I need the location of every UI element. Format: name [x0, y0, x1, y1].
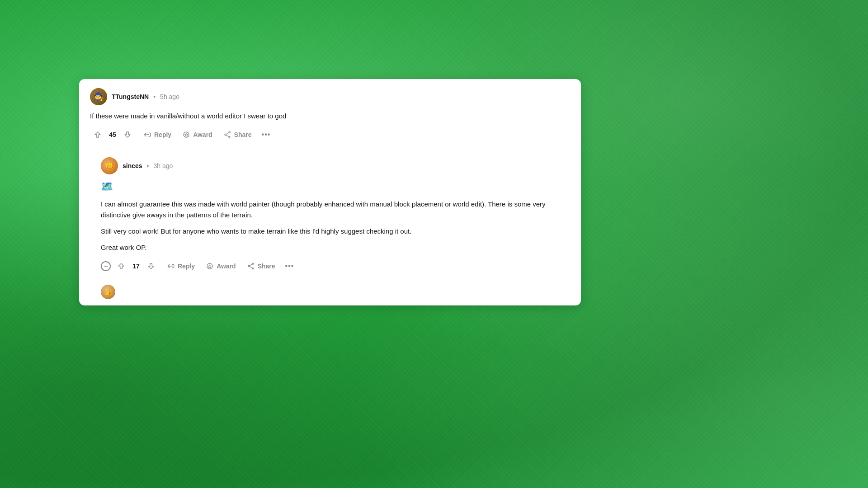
reply-label-1: Reply — [154, 131, 171, 138]
upvote-button-2[interactable] — [113, 259, 129, 273]
award-icon-1 — [182, 131, 190, 139]
more-button-1[interactable]: ••• — [258, 128, 274, 141]
comment-1: 🧙 TTungsteNN • 5h ago If these were made… — [79, 79, 581, 149]
vote-section-1: 45 — [90, 128, 135, 141]
comment-1-header: 🧙 TTungsteNN • 5h ago — [90, 88, 570, 105]
share-icon-2 — [247, 262, 255, 270]
timestamp-1: 5h ago — [160, 93, 179, 100]
collapse-button-2[interactable]: − — [101, 261, 111, 271]
reply-button-1[interactable]: Reply — [139, 128, 176, 141]
comment-2-para-3: Great work OP. — [101, 242, 570, 253]
avatar-next: 👍 — [101, 285, 115, 299]
award-label-1: Award — [193, 131, 212, 138]
username-2: sinces — [123, 162, 142, 169]
reply-label-2: Reply — [178, 263, 195, 270]
comment-1-actions: 45 Reply — [90, 128, 570, 141]
avatar-sinces: 👊 — [101, 157, 118, 174]
dot-separator-2: • — [147, 162, 149, 169]
share-button-1[interactable]: Share — [219, 128, 256, 141]
vote-count-2: 17 — [132, 263, 141, 270]
comment-2: 👊 sinces • 3h ago 🗺️ I can almost guaran… — [79, 149, 581, 280]
more-dots-1: ••• — [262, 131, 271, 139]
comment-2-actions: − 17 — [101, 259, 570, 273]
share-label-2: Share — [258, 263, 275, 270]
more-button-2[interactable]: ••• — [282, 259, 298, 273]
downvote-icon-1 — [123, 131, 132, 139]
dot-separator-1: • — [153, 93, 156, 100]
comment-1-text: If these were made in vanilla/without a … — [90, 111, 570, 122]
upvote-button-1[interactable] — [90, 128, 105, 141]
reply-icon-1 — [143, 131, 151, 139]
vote-section-2: − 17 — [101, 259, 159, 273]
comment-2-emoji: 🗺️ — [101, 181, 570, 192]
share-icon-1 — [223, 131, 231, 139]
share-label-1: Share — [234, 131, 252, 138]
comment-2-text: I can almost guarantee this was made wit… — [101, 199, 570, 253]
reply-button-2[interactable]: Reply — [162, 259, 199, 273]
downvote-icon-2 — [147, 262, 155, 270]
comment-2-para-1: I can almost guarantee this was made wit… — [101, 199, 570, 221]
svg-line-5 — [226, 135, 229, 137]
username-1: TTungsteNN — [112, 93, 149, 100]
reply-icon-2 — [167, 262, 175, 270]
more-dots-2: ••• — [285, 262, 294, 270]
timestamp-2: 3h ago — [154, 162, 173, 169]
downvote-button-1[interactable] — [120, 128, 135, 141]
share-button-2[interactable]: Share — [242, 259, 280, 273]
award-icon-2 — [206, 262, 214, 270]
award-label-2: Award — [217, 263, 236, 270]
award-button-1[interactable]: Award — [178, 128, 217, 141]
svg-line-10 — [250, 264, 252, 266]
upvote-icon-1 — [94, 131, 102, 139]
comment-2-para-2: Still very cool work! But for anyone who… — [101, 226, 570, 237]
svg-line-4 — [226, 133, 229, 135]
avatar-ttungstenn: 🧙 — [90, 88, 107, 105]
downvote-button-2[interactable] — [143, 259, 159, 273]
svg-point-6 — [207, 263, 212, 269]
svg-line-11 — [250, 267, 252, 268]
vote-count-1: 45 — [108, 131, 117, 138]
comment-2-header: 👊 sinces • 3h ago — [101, 157, 570, 174]
upvote-icon-2 — [117, 262, 125, 270]
comments-card: 🧙 TTungsteNN • 5h ago If these were made… — [79, 79, 581, 305]
svg-point-0 — [184, 132, 189, 137]
next-comment-preview: 👍 — [79, 280, 581, 305]
award-button-2[interactable]: Award — [201, 259, 241, 273]
